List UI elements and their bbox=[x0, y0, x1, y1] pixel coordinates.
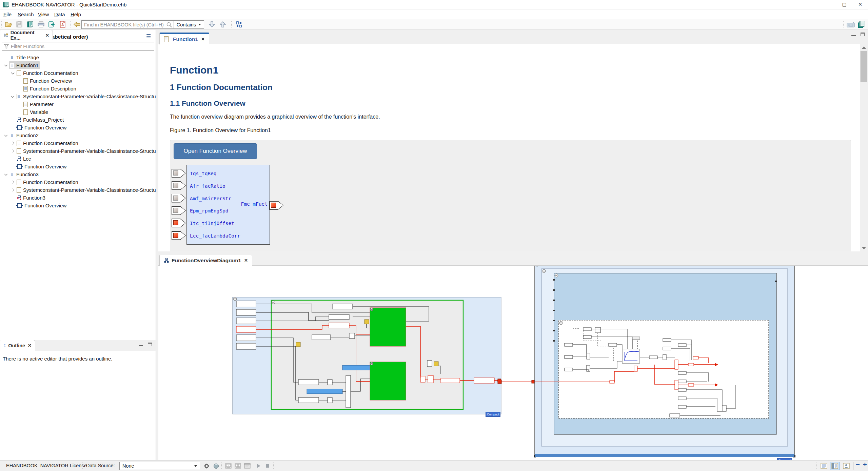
function-block[interactable]: Tqs_tqReqAfr_facRatioAmf_mAirPerStrEpm_r… bbox=[186, 165, 270, 245]
scroll-down-icon[interactable] bbox=[860, 245, 868, 251]
toolbar-grip bbox=[843, 21, 844, 27]
tab-document-explorer[interactable]: Document Ex... ✕ bbox=[0, 30, 53, 40]
tree-item[interactable]: Function Overview bbox=[0, 202, 156, 209]
back-icon[interactable] bbox=[73, 20, 81, 28]
zoom-in-button[interactable]: + bbox=[863, 461, 867, 469]
vertical-scrollbar[interactable] bbox=[860, 44, 868, 251]
menu-file[interactable]: File bbox=[1, 11, 14, 18]
function1-detail-diagram[interactable] bbox=[532, 266, 800, 460]
shortcut-keyboard-icon[interactable] bbox=[846, 20, 855, 28]
filter-functions-input[interactable] bbox=[11, 44, 154, 49]
match-mode-dropdown[interactable]: Contains bbox=[174, 22, 204, 27]
export-handbook-icon[interactable] bbox=[47, 20, 56, 28]
maximize-editor-icon[interactable] bbox=[861, 33, 865, 36]
search-icon[interactable] bbox=[166, 22, 172, 28]
minimize-editor-icon[interactable] bbox=[851, 33, 856, 36]
restore-icon[interactable]: ▢ bbox=[836, 0, 852, 9]
tree-item[interactable]: Parameter bbox=[0, 100, 156, 108]
tree-expander-spacer bbox=[17, 86, 23, 91]
fuelmass-diagram[interactable] bbox=[231, 294, 504, 416]
zoom-out-button[interactable]: − bbox=[856, 461, 860, 469]
settings-gear-icon[interactable] bbox=[203, 462, 210, 470]
tab-function1[interactable]: Function1 ✕ bbox=[159, 33, 209, 44]
diagram-canvas[interactable]: Compact bbox=[158, 266, 868, 460]
tree-item[interactable]: FuelMass_Project bbox=[0, 116, 156, 124]
tree-item[interactable]: Function Overview bbox=[0, 124, 156, 131]
tree-item[interactable]: Lcc bbox=[0, 155, 156, 163]
maximize-panel-icon[interactable] bbox=[148, 343, 152, 346]
close-icon[interactable]: ✕ bbox=[28, 343, 32, 348]
tree-item[interactable]: cFunction3 bbox=[0, 194, 156, 202]
find-next-icon[interactable] bbox=[208, 20, 216, 28]
view-menu-icon[interactable] bbox=[145, 34, 151, 39]
tree-item[interactable]: Function Overview bbox=[0, 163, 156, 170]
open-file-icon[interactable] bbox=[4, 20, 13, 28]
menu-data[interactable]: Data bbox=[52, 11, 67, 18]
tree-item[interactable]: Variable bbox=[0, 108, 156, 116]
tree-expander-icon[interactable] bbox=[10, 94, 16, 99]
tree-item[interactable]: Title Page bbox=[0, 54, 156, 61]
global-search-box: Contains bbox=[81, 20, 204, 29]
compact-label[interactable]: Compact bbox=[486, 412, 500, 417]
open-handbook-icon[interactable] bbox=[26, 20, 34, 28]
collapse-icon bbox=[370, 308, 373, 311]
tree-expander-icon[interactable] bbox=[3, 63, 9, 68]
toolbar-grip bbox=[231, 21, 232, 27]
window-title: EHANDBOOK-NAVIGATOR - QuickStartDemo.ehb bbox=[12, 2, 126, 7]
tree-item[interactable]: Function Documentation bbox=[0, 178, 156, 186]
find-previous-icon[interactable] bbox=[218, 20, 227, 28]
tree-expander-icon[interactable] bbox=[3, 133, 9, 138]
close-icon[interactable]: ✕ bbox=[201, 37, 205, 42]
minimize-icon[interactable]: — bbox=[821, 0, 836, 9]
tree-item-label: Systemconstant-Parameter-Variable-Classi… bbox=[23, 186, 160, 194]
tree-item[interactable]: Function Documentation bbox=[0, 139, 156, 147]
experiment-icon[interactable] bbox=[212, 462, 220, 470]
tree-expander-icon[interactable] bbox=[10, 187, 16, 193]
menu-search[interactable]: Search bbox=[16, 11, 36, 18]
tree-expander-icon[interactable] bbox=[10, 70, 16, 76]
doc-icon bbox=[17, 70, 21, 76]
tree-item[interactable]: Function2 bbox=[0, 131, 156, 139]
open-function-overview-button[interactable]: Open Function Overview bbox=[174, 143, 257, 159]
tree-item-label: Function3 bbox=[16, 170, 39, 178]
tree-item[interactable]: Systemconstant-Parameter-Variable-Classi… bbox=[0, 93, 156, 100]
tree-item-label: Title Page bbox=[16, 54, 39, 61]
handbook-stack-icon[interactable] bbox=[857, 20, 866, 28]
tree-expander-icon[interactable] bbox=[10, 180, 16, 185]
tab-outline[interactable]: Outline ✕ bbox=[0, 340, 35, 351]
menu-view[interactable]: View bbox=[36, 11, 51, 18]
data-source-dropdown[interactable]: None bbox=[119, 462, 200, 470]
tree-expander-icon[interactable] bbox=[10, 148, 16, 154]
search-input[interactable] bbox=[84, 22, 165, 27]
horizontal-sash[interactable] bbox=[158, 251, 868, 254]
doc-icon bbox=[23, 109, 28, 115]
tree-item[interactable]: Function Overview bbox=[0, 77, 156, 85]
vertical-sash[interactable] bbox=[156, 30, 158, 460]
minimize-panel-icon[interactable] bbox=[139, 343, 143, 346]
tree-item[interactable]: Function Description bbox=[0, 85, 156, 93]
dt1-block bbox=[622, 349, 640, 363]
tree-expander-icon[interactable] bbox=[3, 172, 9, 177]
menu-help[interactable]: Help bbox=[68, 11, 83, 18]
reader-view-icon[interactable] bbox=[819, 462, 829, 470]
print-icon[interactable] bbox=[37, 20, 45, 28]
scroll-up-icon[interactable] bbox=[860, 44, 868, 51]
scrollbar-thumb[interactable] bbox=[861, 51, 867, 82]
split-view-icon[interactable] bbox=[830, 462, 840, 470]
tab-label: Document Ex... bbox=[11, 30, 43, 41]
tree-item[interactable]: Function Documentation bbox=[0, 69, 156, 77]
search-settings-icon[interactable] bbox=[235, 20, 243, 28]
presenter-view-icon[interactable] bbox=[842, 462, 851, 470]
tree-item[interactable]: Systemconstant-Parameter-Variable-Classi… bbox=[0, 186, 156, 194]
tab-function-overview-diagram1[interactable]: FunctionOverviewDiagram1 ✕ bbox=[159, 255, 252, 266]
tree-expander-icon[interactable] bbox=[10, 141, 16, 146]
tree-expander-spacer bbox=[17, 78, 23, 84]
tree-item[interactable]: Function1 bbox=[0, 61, 156, 69]
export-pdf-icon[interactable]: A bbox=[58, 20, 67, 28]
close-icon[interactable]: ✕ bbox=[244, 258, 248, 263]
block-input-label: Epm_rpmEngSpd bbox=[190, 208, 229, 213]
close-icon[interactable]: ✕ bbox=[852, 0, 868, 9]
tree-item[interactable]: Function3 bbox=[0, 170, 156, 178]
tree-item[interactable]: Systemconstant-Parameter-Variable-Classi… bbox=[0, 147, 156, 155]
close-icon[interactable]: ✕ bbox=[45, 33, 49, 38]
